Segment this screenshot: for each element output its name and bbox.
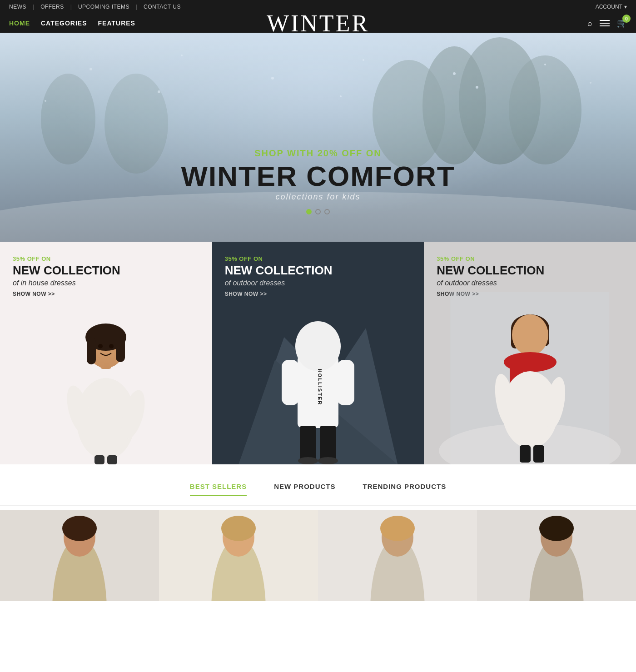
svg-point-58: [62, 516, 97, 541]
hero-dots: [181, 209, 455, 214]
promo-title-1: NEW COLLECTION: [13, 264, 199, 277]
product-img-1: [0, 510, 159, 601]
product-img-2: [159, 510, 318, 601]
header: HOME CATEGORIES FEATURES WINTER ⌕ 🛒 0: [0, 14, 636, 33]
promo-subtitle-1: of in house dresses: [13, 279, 199, 287]
promo-image-2: HOLLISTER: [273, 296, 363, 464]
svg-point-15: [158, 90, 160, 93]
hero-content: SHOP WITH 20% OFF ON WINTER COMFORT coll…: [181, 148, 455, 214]
main-nav: HOME CATEGORIES FEATURES: [9, 20, 135, 27]
cart-button[interactable]: 🛒 0: [617, 18, 627, 28]
nav-home[interactable]: HOME: [9, 20, 30, 27]
svg-point-17: [476, 86, 478, 89]
nav-news[interactable]: NEWS: [9, 4, 32, 10]
nav-categories[interactable]: CATEGORIES: [41, 20, 87, 27]
svg-point-8: [89, 68, 92, 70]
svg-point-18: [590, 82, 591, 84]
nav-contact[interactable]: CONTACT US: [138, 4, 186, 10]
svg-rect-53: [520, 445, 531, 463]
promo-image-3: [482, 301, 578, 464]
svg-point-66: [380, 516, 415, 541]
svg-point-5: [104, 74, 168, 174]
promo-link-1[interactable]: SHOW NOW >>: [13, 291, 199, 297]
product-item-2[interactable]: [159, 510, 318, 601]
tab-best-sellers[interactable]: BEST SELLERS: [190, 483, 247, 496]
svg-point-6: [41, 74, 95, 164]
svg-point-12: [453, 72, 456, 75]
promo-subtitle-2: of outdoor dresses: [225, 279, 412, 287]
promo-image-1: [51, 301, 160, 464]
svg-point-41: [318, 457, 338, 464]
hero-dot-1[interactable]: [306, 209, 312, 214]
svg-rect-36: [337, 360, 354, 405]
tab-trending[interactable]: TRENDING PRODUCTS: [363, 483, 447, 496]
promo-tag-2: 35% OFF ON: [225, 255, 412, 262]
promo-title-3: NEW COLLECTION: [437, 264, 623, 277]
svg-point-28: [109, 344, 114, 348]
svg-rect-35: [282, 360, 299, 405]
promo-subtitle-3: of outdoor dresses: [437, 279, 623, 287]
svg-point-4: [509, 55, 581, 164]
hamburger-line-1: [600, 20, 610, 21]
hero-banner: SHOP WITH 20% OFF ON WINTER COMFORT coll…: [0, 33, 636, 242]
product-img-4: [477, 510, 636, 601]
svg-rect-54: [533, 445, 544, 463]
divider-1: |: [32, 4, 35, 10]
cart-badge: 0: [622, 15, 631, 23]
svg-point-40: [298, 457, 318, 464]
promo-card-3: 35% OFF ON NEW COLLECTION of outdoor dre…: [424, 242, 636, 464]
promo-tag-3: 35% OFF ON: [437, 255, 623, 262]
svg-rect-39: [320, 426, 336, 462]
tab-new-products[interactable]: NEW PRODUCTS: [274, 483, 335, 496]
svg-point-16: [340, 95, 342, 97]
header-actions: ⌕ 🛒 0: [587, 18, 627, 28]
hero-description: collections for kids: [181, 192, 455, 202]
hamburger-line-3: [600, 25, 610, 26]
hamburger-line-2: [600, 23, 610, 24]
svg-rect-26: [116, 337, 125, 362]
divider-3: |: [135, 4, 138, 10]
hero-dot-2[interactable]: [315, 209, 321, 214]
nav-offers[interactable]: OFFERS: [35, 4, 70, 10]
hero-dot-3[interactable]: [324, 209, 330, 214]
svg-text:HOLLISTER: HOLLISTER: [317, 369, 323, 405]
top-bar-nav: NEWS | OFFERS | UPCOMING ITEMS | CONTACT…: [9, 4, 186, 10]
svg-point-70: [539, 516, 574, 541]
svg-point-14: [45, 100, 46, 102]
svg-point-34: [295, 321, 341, 371]
svg-point-62: [221, 516, 256, 541]
product-tabs: BEST SELLERS NEW PRODUCTS TRENDING PRODU…: [0, 464, 636, 506]
product-item-3[interactable]: [318, 510, 477, 601]
menu-button[interactable]: [600, 20, 610, 26]
search-button[interactable]: ⌕: [587, 19, 592, 28]
hero-title: WINTER COMFORT: [181, 162, 455, 190]
svg-point-13: [544, 64, 546, 65]
chevron-down-icon: ▾: [624, 4, 627, 10]
svg-point-47: [512, 314, 548, 355]
product-img-3: [318, 510, 477, 601]
search-icon: ⌕: [587, 19, 592, 28]
promo-tag-1: 35% OFF ON: [13, 255, 199, 262]
promo-section: 35% OFF ON NEW COLLECTION of in house dr…: [0, 242, 636, 464]
svg-rect-29: [94, 455, 104, 464]
nav-upcoming[interactable]: UPCOMING ITEMS: [73, 4, 135, 10]
svg-point-9: [181, 55, 183, 56]
svg-point-11: [363, 59, 364, 61]
promo-card-2: 35% OFF ON NEW COLLECTION of outdoor dre…: [212, 242, 424, 464]
svg-point-27: [98, 344, 103, 348]
product-item-1[interactable]: [0, 510, 159, 601]
product-item-4[interactable]: [477, 510, 636, 601]
svg-rect-30: [107, 455, 117, 464]
promo-card-1: 35% OFF ON NEW COLLECTION of in house dr…: [0, 242, 212, 464]
divider-2: |: [70, 4, 73, 10]
account-menu[interactable]: ACCOUNT ▾: [596, 4, 627, 10]
svg-point-10: [271, 77, 274, 80]
product-grid: [0, 506, 636, 606]
nav-features[interactable]: FEATURES: [98, 20, 135, 27]
promo-title-2: NEW COLLECTION: [225, 264, 412, 277]
svg-rect-38: [300, 426, 316, 462]
hero-subtitle: SHOP WITH 20% OFF ON: [181, 148, 455, 159]
svg-rect-25: [87, 337, 96, 364]
